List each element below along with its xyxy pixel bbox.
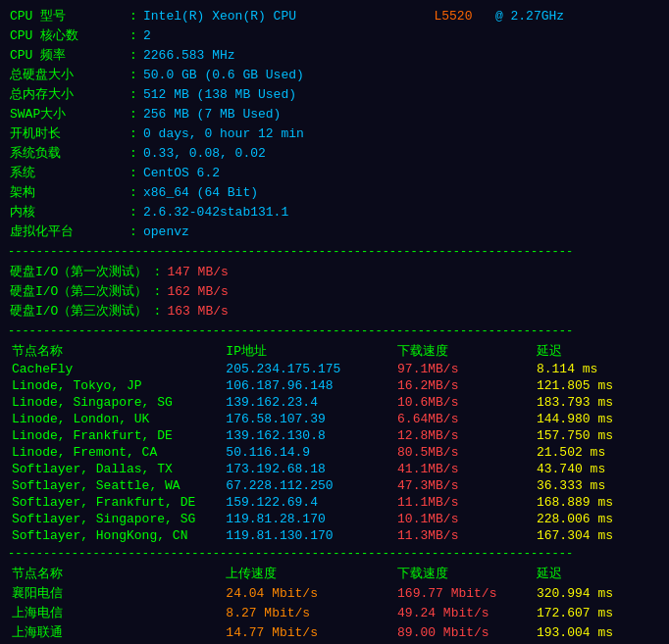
- disk-io-3-row: 硬盘I/O（第三次测试） : 163 MB/s: [8, 301, 661, 321]
- disk-io-table: 硬盘I/O（第一次测试） : 147 MB/s 硬盘I/O（第二次测试） : 1…: [8, 262, 661, 321]
- cn-node-dl: 89.00 Mbit/s: [393, 622, 533, 642]
- intl-node-dl: 10.6MB/s: [393, 394, 533, 411]
- os-label: 系统: [8, 163, 126, 182]
- intl-node-ip: 119.81.130.170: [222, 527, 393, 544]
- intl-node-dl: 41.1MB/s: [393, 461, 533, 477]
- intl-node-dl: 16.2MB/s: [393, 377, 533, 394]
- intl-node-name: Softlayer, Singapore, SG: [8, 511, 222, 527]
- cpu-freq-label: CPU 频率: [8, 45, 126, 65]
- intl-node-name: Linode, Tokyo, JP: [8, 377, 222, 394]
- cn-node-name: 上海电信: [8, 603, 222, 622]
- mem-total-label: 总内存大小: [8, 84, 126, 104]
- load-label: 系统负载: [8, 143, 126, 163]
- intl-node-ip: 173.192.68.18: [222, 461, 393, 477]
- intl-node-name: Softlayer, HongKong, CN: [8, 527, 222, 544]
- intl-col-dl: 下载速度: [393, 341, 533, 361]
- os-value: CentOS 6.2: [141, 163, 661, 182]
- divider-3: ----------------------------------------…: [8, 547, 661, 561]
- intl-node-ip: 139.162.23.4: [222, 394, 393, 411]
- intl-node-name: CacheFly: [8, 361, 222, 377]
- intl-network-row: CacheFly 205.234.175.175 97.1MB/s 8.114 …: [8, 361, 661, 377]
- swap-value: 256 MB (7 MB Used): [141, 104, 661, 124]
- intl-node-ip: 106.187.96.148: [222, 377, 393, 394]
- intl-node-name: Softlayer, Seattle, WA: [8, 477, 222, 494]
- intl-node-ip: 176.58.107.39: [222, 411, 393, 427]
- load-value: 0.33, 0.08, 0.02: [141, 143, 661, 163]
- intl-node-name: Linode, Singapore, SG: [8, 394, 222, 411]
- intl-node-latency: 157.750 ms: [533, 427, 661, 444]
- cn-node-dl: 49.24 Mbit/s: [393, 603, 533, 622]
- intl-node-ip: 159.122.69.4: [222, 494, 393, 511]
- os-row: 系统 : CentOS 6.2: [8, 163, 661, 182]
- divider-2: ----------------------------------------…: [8, 324, 661, 338]
- intl-network-row: Linode, London, UK 176.58.107.39 6.64MB/…: [8, 411, 661, 427]
- cn-node-dl: 169.77 Mbit/s: [393, 583, 533, 603]
- intl-node-name: Softlayer, Dallas, TX: [8, 461, 222, 477]
- system-info-table: CPU 型号 : Intel(R) Xeon(R) CPU L5520 @ 2.…: [8, 6, 661, 241]
- intl-network-row: Softlayer, Dallas, TX 173.192.68.18 41.1…: [8, 461, 661, 477]
- divider-1: ----------------------------------------…: [8, 245, 661, 259]
- cn-col-ul: 上传速度: [222, 564, 393, 583]
- intl-node-latency: 121.805 ms: [533, 377, 661, 394]
- arch-label: 架构: [8, 182, 126, 202]
- intl-network-row: Softlayer, HongKong, CN 119.81.130.170 1…: [8, 527, 661, 544]
- cn-col-dl: 下载速度: [393, 564, 533, 583]
- intl-node-dl: 11.3MB/s: [393, 527, 533, 544]
- intl-node-dl: 10.1MB/s: [393, 511, 533, 527]
- intl-node-name: Linode, Frankfurt, DE: [8, 427, 222, 444]
- intl-node-ip: 119.81.28.170: [222, 511, 393, 527]
- cpu-type-value: Intel(R) Xeon(R) CPU L5520 @ 2.27GHz: [141, 6, 661, 25]
- virt-value: openvz: [141, 222, 661, 241]
- disk-io-2-value: 162 MB/s: [165, 281, 661, 301]
- intl-col-ip: IP地址: [222, 341, 393, 361]
- intl-network-row: Linode, Tokyo, JP 106.187.96.148 16.2MB/…: [8, 377, 661, 394]
- intl-node-latency: 144.980 ms: [533, 411, 661, 427]
- cn-node-name: 上海联通: [8, 622, 222, 642]
- cn-network-row: 襄阳电信 24.04 Mbit/s 169.77 Mbit/s 320.994 …: [8, 583, 661, 603]
- disk-io-1-row: 硬盘I/O（第一次测试） : 147 MB/s: [8, 262, 661, 281]
- disk-io-3-value: 163 MB/s: [165, 301, 661, 321]
- cpu-cores-value: 2: [141, 25, 661, 45]
- cn-node-ul: 14.77 Mbit/s: [222, 622, 393, 642]
- kernel-row: 内核 : 2.6.32-042stab131.1: [8, 202, 661, 222]
- cn-node-ul: 8.27 Mbit/s: [222, 603, 393, 622]
- intl-network-row: Softlayer, Frankfurt, DE 159.122.69.4 11…: [8, 494, 661, 511]
- intl-network-header: 节点名称 IP地址 下载速度 延迟: [8, 341, 661, 361]
- cpu-type-row: CPU 型号 : Intel(R) Xeon(R) CPU L5520 @ 2.…: [8, 6, 661, 25]
- cn-network-row: 上海电信 8.27 Mbit/s 49.24 Mbit/s 172.607 ms: [8, 603, 661, 622]
- disk-total-label: 总硬盘大小: [8, 65, 126, 84]
- intl-node-ip: 50.116.14.9: [222, 444, 393, 461]
- kernel-label: 内核: [8, 202, 126, 222]
- cn-node-latency: 320.994 ms: [533, 583, 661, 603]
- intl-node-dl: 47.3MB/s: [393, 477, 533, 494]
- intl-node-latency: 36.333 ms: [533, 477, 661, 494]
- intl-network-row: Linode, Singapore, SG 139.162.23.4 10.6M…: [8, 394, 661, 411]
- disk-total-row: 总硬盘大小 : 50.0 GB (0.6 GB Used): [8, 65, 661, 84]
- intl-node-name: Linode, Fremont, CA: [8, 444, 222, 461]
- cn-network-row: 上海联通 14.77 Mbit/s 89.00 Mbit/s 193.004 m…: [8, 622, 661, 642]
- uptime-value: 0 days, 0 hour 12 min: [141, 124, 661, 143]
- intl-node-latency: 168.889 ms: [533, 494, 661, 511]
- cn-node-name: 襄阳电信: [8, 583, 222, 603]
- swap-label: SWAP大小: [8, 104, 126, 124]
- cpu-cores-label: CPU 核心数: [8, 25, 126, 45]
- cpu-freq-row: CPU 频率 : 2266.583 MHz: [8, 45, 661, 65]
- intl-node-name: Softlayer, Frankfurt, DE: [8, 494, 222, 511]
- intl-node-latency: 228.006 ms: [533, 511, 661, 527]
- cpu-freq-value: 2266.583 MHz: [141, 45, 661, 65]
- disk-io-1-value: 147 MB/s: [165, 262, 661, 281]
- uptime-label: 开机时长: [8, 124, 126, 143]
- cn-network-table: 节点名称 上传速度 下载速度 延迟 襄阳电信 24.04 Mbit/s 169.…: [8, 564, 661, 644]
- intl-node-latency: 167.304 ms: [533, 527, 661, 544]
- intl-node-dl: 80.5MB/s: [393, 444, 533, 461]
- cn-node-ul: 24.04 Mbit/s: [222, 583, 393, 603]
- intl-node-ip: 139.162.130.8: [222, 427, 393, 444]
- intl-network-table: 节点名称 IP地址 下载速度 延迟 CacheFly 205.234.175.1…: [8, 341, 661, 544]
- mem-total-row: 总内存大小 : 512 MB (138 MB Used): [8, 84, 661, 104]
- cn-node-latency: 193.004 ms: [533, 622, 661, 642]
- intl-node-latency: 8.114 ms: [533, 361, 661, 377]
- cpu-cores-row: CPU 核心数 : 2: [8, 25, 661, 45]
- intl-node-ip: 205.234.175.175: [222, 361, 393, 377]
- virt-label: 虚拟化平台: [8, 222, 126, 241]
- arch-value: x86_64 (64 Bit): [141, 182, 661, 202]
